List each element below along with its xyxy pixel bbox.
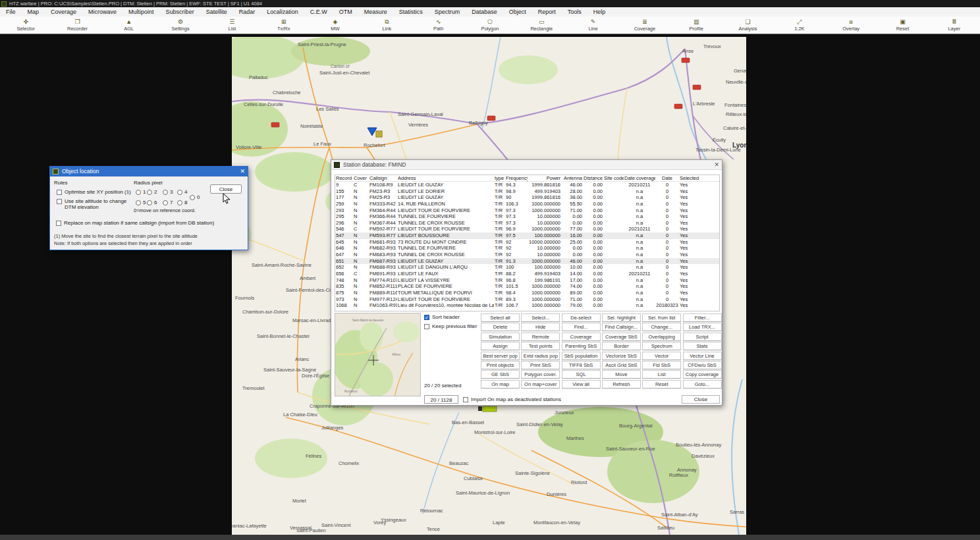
radio-dot-6[interactable] (147, 200, 152, 205)
column-header-address[interactable]: Address (397, 175, 494, 182)
radio-dot-0[interactable] (190, 195, 195, 200)
toolbar-link[interactable]: ⧉Link (361, 16, 412, 34)
menu-microwave[interactable]: Microwave (82, 9, 122, 15)
db-button-sel-highlight[interactable]: Sel. highlight (602, 313, 641, 322)
toolbar-mw[interactable]: ◈MW (310, 16, 361, 34)
db-button-best-server-pop[interactable]: Best server pop (481, 352, 520, 360)
db-button-delete[interactable]: Delete (481, 323, 520, 331)
close-icon[interactable]: ✕ (714, 161, 719, 169)
menu-tools[interactable]: Tools (562, 9, 587, 15)
table-row[interactable]: 177NFM25-R3LIEUDIT LE GUIZAYT/R901999.86… (335, 194, 719, 201)
import-deactivated-checkbox-box[interactable] (463, 397, 468, 402)
sort-header-checkbox-box[interactable]: ✓ (424, 315, 429, 320)
menu-spectrum[interactable]: Spectrum (429, 9, 466, 15)
db-button-sbs-population[interactable]: SbS population (562, 352, 601, 360)
db-button-select-all[interactable]: Select all (481, 313, 520, 322)
menu-c-e-w[interactable]: C.E.W (304, 9, 333, 15)
table-row[interactable]: 652NFM688-R93LIEUDIT LE DANGUIN L'ARQUT/… (335, 264, 719, 271)
radius-radio-3[interactable]: 3 (163, 189, 173, 195)
db-button-spectrum[interactable]: Spectrum (642, 342, 681, 350)
db-button-hide[interactable]: Hide (521, 323, 560, 331)
menu-statistics[interactable]: Statistics (393, 9, 429, 15)
column-header-power[interactable]: Power (528, 175, 561, 182)
table-row[interactable]: 748NFM774-R107LIEUDIT LA VISSEYRET/R96.8… (335, 277, 719, 284)
db-button-stats[interactable]: Stats (683, 342, 722, 350)
menu-multipoint[interactable]: Multipoint (122, 9, 160, 15)
column-header-date-coverage[interactable]: Date coverage (624, 175, 655, 182)
db-button-refresh[interactable]: Refresh (602, 380, 641, 389)
table-row[interactable]: 546CFM592-R77LIEUDIT TOUR DE FOURVIERET/… (335, 226, 719, 232)
menu-localization[interactable]: Localization (261, 9, 304, 15)
table-row[interactable]: 835NFM852-R111PLACE DE FOURVIERET/R101.5… (335, 283, 719, 290)
column-header-antenna[interactable]: Antenna (561, 175, 583, 182)
menu-file[interactable]: File (0, 9, 22, 15)
table-row[interactable]: 547NFM593-R77LIEUDIT BOUSSOURET/R97.5100… (335, 232, 719, 239)
radius-radio-0[interactable]: 0 (190, 194, 200, 200)
db-button-ge-sbs[interactable]: GE SbS (481, 370, 520, 379)
db-button-view-all[interactable]: View all (562, 380, 601, 389)
site-altitude-checkbox[interactable]: Use site altitude to change DTM elevatio… (57, 198, 134, 210)
toolbar-settings[interactable]: ⚙Settings (155, 16, 206, 34)
selected-station-marker[interactable] (478, 406, 497, 412)
table-row[interactable]: 656CFM691-R93LIEUDIT LE FAUXT/R88.2499.9… (335, 271, 719, 277)
radius-radio-2[interactable]: 2 (147, 189, 157, 195)
toolbar-recorder[interactable]: ❒Recorder (51, 16, 103, 34)
toolbar-line[interactable]: ✎Line (567, 16, 618, 34)
menu-coverage[interactable]: Coverage (45, 9, 82, 15)
toolbar-profile[interactable]: ▥Profile (670, 16, 722, 34)
replace-callsign-checkbox-box[interactable] (56, 221, 61, 226)
table-row[interactable]: 973NFM977-R124LIEUDIT TOUR DE FOURVIERET… (335, 296, 719, 303)
db-button-overlapping[interactable]: Overlapping (642, 333, 681, 341)
db-button-find-callsign[interactable]: Find Callsign... (602, 323, 641, 331)
db-button-sql[interactable]: SQL (562, 370, 601, 379)
toolbar-tx-rx[interactable]: ⊞Tx/Rx (258, 16, 310, 34)
db-button-polygon-cover[interactable]: Polygon cover. (521, 370, 560, 379)
db-button-print-objects[interactable]: Print objects (481, 361, 520, 369)
table-row[interactable]: 1068NFM1063-R91Lieu dit Fourvières10, mo… (335, 302, 719, 309)
db-button-change[interactable]: Change... (642, 323, 681, 331)
column-header-frequency[interactable]: Frequency (505, 175, 528, 182)
import-deactivated-checkbox[interactable]: Import On map as deactivated stations (463, 396, 561, 402)
db-button-vectorize-sbs[interactable]: Vectorize SbS (602, 352, 641, 360)
db-button-on-map[interactable]: On map (481, 380, 520, 389)
toolbar-overlay[interactable]: ⧈Overlay (825, 16, 877, 34)
table-row[interactable]: 875NFM889-R116TOUR METALLIQUE DE FOURVIT… (335, 290, 719, 296)
column-header-date[interactable]: Date (655, 175, 679, 182)
optimise-xy-checkbox[interactable]: Optimise site XY position (1) (57, 189, 132, 195)
db-button-simulation[interactable]: Simulation (481, 333, 520, 341)
radius-radio-5[interactable]: 5 (136, 200, 146, 205)
radius-radio-7[interactable]: 7 (163, 200, 173, 205)
table-row[interactable]: 647NFM683-R93TUNNEL DE CROIX ROUSSET/R92… (335, 252, 719, 258)
menu-map[interactable]: Map (22, 9, 45, 15)
menu-satellite[interactable]: Satellite (200, 9, 233, 15)
radio-dot-5[interactable] (136, 200, 141, 205)
radius-radio-6[interactable]: 6 (147, 200, 157, 205)
table-row[interactable]: 155NFM23-R3LIEUDIT LE DORIERT/R98.9499.9… (335, 188, 719, 195)
column-header-selected[interactable]: Selected (679, 175, 705, 182)
db-button-extd-radius-pop[interactable]: Extd radius pop (521, 352, 560, 360)
optimise-xy-checkbox-box[interactable] (57, 190, 62, 195)
replace-callsign-checkbox[interactable]: Replace on map station if same callsign … (56, 220, 240, 226)
db-button-tiff8-sbs[interactable]: TIFF8 SbS (562, 361, 601, 369)
keep-filter-checkbox-box[interactable] (424, 324, 429, 329)
db-button-list[interactable]: List (642, 370, 681, 379)
table-row[interactable]: 9CFM108-R9LIEUDIT LE GUIZAYT/R94.31999.8… (335, 182, 719, 188)
radio-dot-1[interactable] (136, 190, 141, 195)
toolbar-1-2k[interactable]: ⤢1:2K (774, 16, 825, 34)
db-button-ascii-grid-sbs[interactable]: Ascii Grid SbS (602, 361, 641, 369)
column-header-cover[interactable]: Cover (353, 175, 369, 182)
db-button-coverage-sbs[interactable]: Coverage SbS (602, 333, 641, 341)
site-altitude-checkbox-box[interactable] (57, 199, 62, 204)
toolbar-list[interactable]: ☰List (206, 16, 258, 34)
column-header-site-code[interactable]: Site code (603, 175, 624, 182)
toolbar-path[interactable]: ∿Path (413, 16, 464, 34)
db-button-reset[interactable]: Reset (642, 380, 681, 389)
db-button-assign[interactable]: Assign (481, 342, 520, 350)
toolbar-layer[interactable]: ⅢLayer (929, 16, 980, 34)
map-thumbnail[interactable]: Saint-Martin-la-SauvetéAilleuxRochefort (335, 313, 421, 396)
menu-measure[interactable]: Measure (358, 9, 393, 15)
table-row[interactable]: 645NFM681-R9373 ROUTE DU MONT CINDRET/R9… (335, 239, 719, 246)
menu-object[interactable]: Object (503, 9, 532, 15)
radio-dot-2[interactable] (147, 190, 152, 195)
table-row[interactable]: 295NFM366-R44TUNNEL DE FOURVIERET/R97.31… (335, 213, 719, 220)
